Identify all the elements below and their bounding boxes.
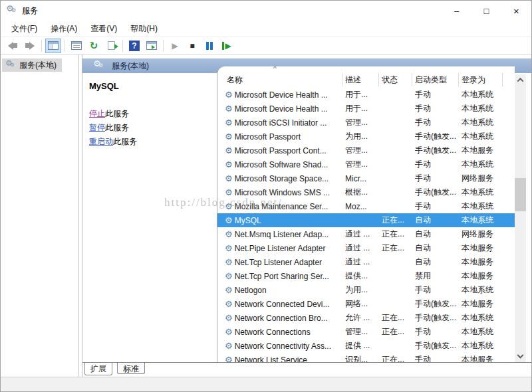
service-name-cell: ⚙Microsoft Storage Space... <box>224 174 342 183</box>
service-description-cell: 提供 ... <box>342 340 379 351</box>
service-row[interactable]: ⚙Network Connectivity Ass... 提供 ... 手动(触… <box>217 339 515 353</box>
service-action-link[interactable]: 停止 <box>89 109 105 118</box>
service-startup-type-cell: 手动(触发... <box>412 298 459 310</box>
menu-item[interactable]: 查看(V) <box>84 23 124 35</box>
service-action-suffix: 此服务 <box>113 137 137 146</box>
main-panel-header-label: 服务(本地) <box>112 60 149 72</box>
service-row[interactable]: ⚙Network Connections 管理... 正在... 手动 本地系统 <box>217 325 515 339</box>
service-row[interactable]: ⚙Microsoft Passport Cont... 管理... 手动(触发.… <box>217 144 515 157</box>
minimize-button[interactable]: – <box>442 1 471 21</box>
service-logon-as-cell: 本地服务 <box>459 270 503 282</box>
service-startup-type-cell: 手动(触发... <box>412 312 459 324</box>
service-logon-as-cell: 本地系统 <box>459 326 503 338</box>
vertical-scrollbar[interactable] <box>515 74 526 362</box>
menu-item[interactable]: 操作(A) <box>44 23 84 35</box>
service-row[interactable]: ⚙Network Connection Bro... 允许 ... 正在... … <box>217 311 515 325</box>
service-action-suffix: 此服务 <box>105 109 129 118</box>
view-tab[interactable]: 标准 <box>117 363 145 374</box>
menu-item[interactable]: 帮助(H) <box>124 23 164 35</box>
service-row[interactable]: ⚙Mozilla Maintenance Ser... Moz... 手动 本地… <box>217 199 515 213</box>
service-startup-type-cell: 手动(触发... <box>412 187 459 198</box>
tree-item-services-local[interactable]: ⚙⚙ 服务(本地) <box>2 58 62 72</box>
column-header[interactable]: 名称 <box>224 73 342 86</box>
service-status-cell: 正在... <box>379 229 412 240</box>
close-button[interactable]: × <box>501 1 531 21</box>
restart-service-button[interactable]: ▶ <box>219 39 235 53</box>
service-name-cell: ⚙Microsoft Device Health ... <box>224 104 342 114</box>
back-button[interactable] <box>5 39 21 53</box>
service-startup-type-cell: 手动 <box>412 354 459 362</box>
service-description-cell: 通过 ... <box>342 256 379 268</box>
help-button[interactable]: ? <box>126 39 142 53</box>
scrollbar-track[interactable] <box>515 85 526 351</box>
service-row[interactable]: ⚙Microsoft Software Shad... 管理... 手动 本地系… <box>217 157 515 171</box>
service-gear-icon: ⚙ <box>225 244 233 252</box>
menu-item[interactable]: 文件(F) <box>5 23 44 35</box>
service-row[interactable]: ⚙Network Connected Devi... 网络... 手动(触发..… <box>217 297 515 311</box>
service-logon-as-cell: 本地服务 <box>459 256 503 268</box>
service-row[interactable]: ⚙Microsoft Windows SMS ... 根据... 手动(触发..… <box>217 185 515 199</box>
show-console-tree-button[interactable] <box>45 39 61 53</box>
service-description-cell: 识别... <box>342 354 379 362</box>
column-header[interactable]: 描述 <box>342 73 379 86</box>
pause-service-button[interactable] <box>201 39 217 53</box>
stop-service-button[interactable]: ■ <box>184 39 200 53</box>
service-action-link-line: 重启动此服务 <box>89 135 217 149</box>
service-name-cell: ⚙Microsoft iSCSI Initiator ... <box>224 118 342 128</box>
service-gear-icon: ⚙ <box>225 342 233 350</box>
service-row[interactable]: ⚙Microsoft iSCSI Initiator ... 管理... 手动 … <box>217 116 515 130</box>
export-list-button[interactable] <box>103 39 119 53</box>
refresh-button[interactable]: ↻ <box>86 39 102 53</box>
service-row[interactable]: ⚙Net.Msmq Listener Adap... 通过 ... 正在... … <box>217 227 515 241</box>
service-row[interactable]: ⚙Network List Service 识别... 正在... 手动 本地服… <box>217 353 515 362</box>
service-description-cell: 允许 ... <box>342 312 379 324</box>
services-window: ⚙⚙ 服务 – □ × 文件(F)操作(A)查看(V)帮助(H) ↻ ? ▶ ■… <box>0 0 532 392</box>
scroll-down-button[interactable] <box>515 351 526 362</box>
service-description-cell: 管理... <box>342 159 379 170</box>
show-console-tree-icon <box>48 41 59 50</box>
service-startup-type-cell: 手动 <box>412 117 459 128</box>
service-description-cell: 通过 ... <box>342 229 379 240</box>
selected-service-name: MySQL <box>89 81 217 91</box>
service-row[interactable]: ⚙Microsoft Storage Space... Micr... 手动 网… <box>217 171 515 185</box>
services-node-icon: ⚙⚙ <box>5 60 16 70</box>
list-header-row: 名称描述状态启动类型登录为 <box>217 72 515 88</box>
service-logon-as-cell: 本地系统 <box>459 117 503 128</box>
scroll-up-button[interactable] <box>515 74 526 85</box>
column-header[interactable]: 启动类型 <box>412 73 459 86</box>
column-header[interactable]: 状态 <box>379 73 412 86</box>
maximize-button[interactable]: □ <box>471 1 501 21</box>
service-description-cell: 用于... <box>342 103 379 114</box>
content-area: ⚙⚙ 服务(本地) ⚙⚙ 服务(本地) MySQL 停止此服务 <box>1 54 531 377</box>
service-row[interactable]: ⚙Microsoft Passport 为用... 手动(触发... 本地系统 <box>217 130 515 144</box>
service-gear-icon: ⚙ <box>225 355 233 362</box>
service-action-link[interactable]: 重启动 <box>89 137 113 146</box>
show-action-pane-button[interactable] <box>144 39 160 53</box>
service-row[interactable]: ⚙Net.Tcp Port Sharing Ser... 提供... 禁用 本地… <box>217 269 515 283</box>
service-row[interactable]: ⚙Microsoft Device Health ... 用于... 手动 本地… <box>217 88 515 102</box>
service-row[interactable]: ⚙Netlogon 为用... 手动 本地系统 <box>217 283 515 297</box>
service-name-cell: ⚙Microsoft Passport <box>224 132 342 142</box>
column-header[interactable]: 登录为 <box>459 73 503 86</box>
service-row[interactable]: ⚙Net.Pipe Listener Adapter 通过 ... 正在... … <box>217 241 515 255</box>
properties-button[interactable] <box>68 39 84 53</box>
service-row[interactable]: ⚙Net.Tcp Listener Adapter 通过 ... 自动 本地服务 <box>217 255 515 269</box>
view-tab-row: 扩展标准 <box>82 362 531 377</box>
service-status-cell: 正在... <box>379 354 412 362</box>
service-action-suffix: 此服务 <box>105 123 129 132</box>
forward-button[interactable] <box>22 39 38 53</box>
service-row[interactable]: ⚙Microsoft Device Health ... 用于... 手动 本地… <box>217 102 515 116</box>
view-tab[interactable]: 扩展 <box>84 363 112 375</box>
service-row[interactable]: ⚙MySQL 正在... 自动 本地系统 <box>217 213 515 227</box>
scrollbar-thumb[interactable] <box>515 178 526 211</box>
service-action-link[interactable]: 暂停 <box>89 123 105 132</box>
restart-service-icon: ▶ <box>222 42 231 50</box>
service-name-cell: ⚙Network Connected Devi... <box>224 300 342 309</box>
service-startup-type-cell: 手动 <box>412 173 459 184</box>
service-name-cell: ⚙Net.Tcp Listener Adapter <box>224 258 342 267</box>
service-startup-type-cell: 手动 <box>412 284 459 296</box>
service-startup-type-cell: 自动 <box>412 256 459 268</box>
start-service-button[interactable]: ▶ <box>167 39 183 53</box>
service-name-cell: ⚙Net.Msmq Listener Adap... <box>224 230 342 239</box>
toolbar: ↻ ? ▶ ■ ▶ <box>1 37 531 54</box>
